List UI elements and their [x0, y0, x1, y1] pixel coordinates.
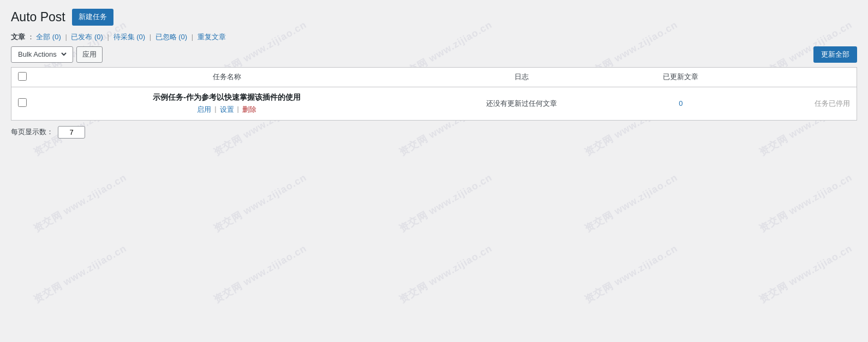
sep4: |: [191, 33, 193, 41]
row-checkbox-cell: [11, 87, 34, 120]
table-header-row: 任务名称 日志 已更新文章: [11, 67, 857, 87]
task-action-links: 启用 | 设置 | 删除: [40, 105, 414, 115]
updated-count: 0: [679, 99, 683, 107]
action-sep1: |: [214, 105, 216, 115]
th-checkbox: [11, 67, 34, 87]
filter-bar: 文章 ： 全部 (0) | 已发布 (0) | 待采集 (0) | 已忽略 (0…: [11, 32, 857, 42]
sep3: |: [149, 33, 151, 41]
task-table: 任务名称 日志 已更新文章 示例任务-作: [11, 67, 857, 121]
filter-ignored[interactable]: 已忽略 (0): [155, 33, 188, 41]
th-task-name: 任务名称: [33, 67, 420, 87]
updated-cell: 0: [622, 87, 739, 120]
pagination-label: 每页显示数：: [11, 127, 53, 137]
task-name-cell: 示例任务-作为参考以快速掌握该插件的使用 启用 | 设置 | 删除: [33, 87, 420, 120]
filter-label: 文章: [11, 33, 25, 41]
log-text: 还没有更新过任何文章: [486, 99, 557, 107]
status-cell: 任务已停用: [739, 87, 857, 120]
filter-pending[interactable]: 待采集 (0): [113, 33, 146, 41]
bulk-actions-dropdown[interactable]: Bulk Actions 删除: [11, 46, 73, 63]
delete-link[interactable]: 删除: [242, 105, 256, 115]
table-row: 示例任务-作为参考以快速掌握该插件的使用 启用 | 设置 | 删除 还没有更新过…: [11, 87, 857, 120]
task-status: 任务已停用: [815, 99, 850, 107]
task-name: 示例任务-作为参考以快速掌握该插件的使用: [40, 93, 414, 103]
filter-all[interactable]: 全部 (0): [36, 33, 61, 41]
bulk-actions-select[interactable]: Bulk Actions 删除: [16, 50, 68, 59]
filter-published[interactable]: 已发布 (0): [71, 33, 103, 41]
select-all-checkbox[interactable]: [18, 72, 27, 81]
actions-row: Bulk Actions 删除 应用 更新全部: [11, 46, 857, 63]
apply-button[interactable]: 应用: [76, 46, 103, 63]
sep1: |: [65, 33, 67, 41]
enable-link[interactable]: 启用: [197, 105, 211, 115]
new-task-button[interactable]: 新建任务: [72, 9, 113, 26]
log-cell: 还没有更新过任何文章: [420, 87, 622, 120]
action-sep2: |: [237, 105, 239, 115]
pagination-input[interactable]: [58, 126, 85, 139]
actions-left: Bulk Actions 删除 应用: [11, 46, 103, 63]
sep2: |: [107, 33, 109, 41]
pagination-row: 每页显示数：: [11, 126, 857, 139]
page-title: Auto Post: [11, 10, 65, 25]
th-log: 日志: [420, 67, 622, 87]
th-status: [739, 67, 857, 87]
settings-link[interactable]: 设置: [220, 105, 234, 115]
filter-duplicate[interactable]: 重复文章: [197, 33, 226, 41]
filter-separator: ：: [27, 33, 34, 41]
th-updated: 已更新文章: [622, 67, 739, 87]
row-checkbox[interactable]: [18, 98, 27, 107]
update-all-button[interactable]: 更新全部: [813, 46, 857, 63]
page-header: Auto Post 新建任务: [11, 9, 857, 26]
